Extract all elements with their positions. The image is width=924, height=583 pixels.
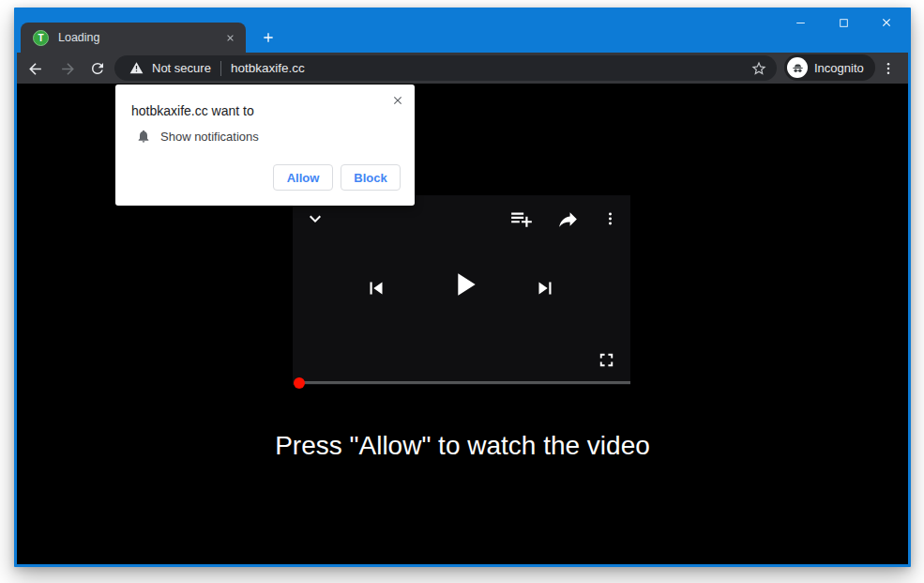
- browser-window: T Loading: [14, 8, 911, 567]
- fullscreen-button[interactable]: [595, 348, 618, 372]
- play-button[interactable]: [446, 266, 483, 303]
- incognito-label: Incognito: [814, 61, 864, 75]
- tab-close-icon[interactable]: [221, 29, 238, 46]
- playlist-add-icon: [509, 207, 534, 231]
- back-arrow-icon: [26, 60, 44, 78]
- address-bar[interactable]: Not secure hotbkaxife.cc: [114, 55, 777, 81]
- new-tab-button[interactable]: [255, 24, 281, 51]
- reload-button[interactable]: [85, 56, 110, 81]
- close-icon: [880, 16, 893, 29]
- skip-previous-icon: [364, 276, 388, 300]
- page-content: Press "Allow" to watch the video hotbkax…: [17, 84, 908, 564]
- playlist-add-button[interactable]: [508, 206, 535, 232]
- minimize-icon: [795, 17, 807, 29]
- dialog-close-button[interactable]: [389, 92, 406, 109]
- window-close-button[interactable]: [865, 8, 908, 38]
- browser-tab[interactable]: T Loading: [21, 23, 246, 53]
- video-player: [293, 195, 630, 385]
- tab-title: Loading: [58, 31, 100, 44]
- kebab-menu-icon: [602, 207, 618, 230]
- page-message: Press "Allow" to watch the video: [17, 431, 908, 461]
- video-progress-bar[interactable]: [296, 381, 630, 384]
- share-arrow-icon: [556, 207, 580, 231]
- tab-favicon-icon: T: [33, 30, 49, 46]
- incognito-badge: Incognito: [784, 54, 875, 81]
- player-menu-button[interactable]: [600, 206, 619, 232]
- desktop: T Loading: [0, 0, 924, 583]
- not-secure-warning-icon: [129, 61, 144, 75]
- dialog-origin-title: hotbkaxife.cc want to: [131, 103, 254, 118]
- allow-button[interactable]: Allow: [273, 164, 333, 191]
- plus-icon: [261, 30, 276, 45]
- x-icon: [225, 33, 235, 43]
- share-button[interactable]: [554, 206, 581, 232]
- titlebar[interactable]: T Loading: [17, 8, 908, 53]
- window-minimize-button[interactable]: [779, 8, 822, 38]
- window-controls: [779, 8, 908, 38]
- incognito-icon: [787, 57, 808, 78]
- reload-icon: [89, 60, 106, 77]
- window-inner: T Loading: [17, 8, 908, 564]
- window-maximize-button[interactable]: [822, 8, 865, 38]
- notification-permission-dialog: hotbkaxife.cc want to Show notifications…: [115, 84, 415, 206]
- bookmark-star-button[interactable]: [748, 57, 770, 80]
- forward-arrow-icon: [59, 60, 77, 78]
- block-button[interactable]: Block: [341, 164, 401, 191]
- forward-button[interactable]: [55, 56, 80, 81]
- previous-track-button[interactable]: [364, 276, 388, 300]
- browser-menu-button[interactable]: [876, 56, 901, 81]
- playhead-dot[interactable]: [294, 377, 305, 389]
- play-icon: [446, 266, 483, 303]
- back-button[interactable]: [23, 56, 47, 81]
- next-track-button[interactable]: [533, 276, 557, 300]
- kebab-menu-icon: [881, 61, 896, 76]
- player-collapse-button[interactable]: [304, 207, 326, 230]
- chevron-down-icon: [304, 207, 326, 230]
- skip-next-icon: [533, 276, 557, 300]
- close-x-icon: [391, 94, 404, 107]
- omnibox-separator: [220, 61, 221, 76]
- url-text[interactable]: hotbkaxife.cc: [231, 61, 305, 75]
- fullscreen-icon: [596, 349, 617, 371]
- permission-row: Show notifications: [136, 129, 259, 144]
- browser-toolbar: Not secure hotbkaxife.cc: [17, 53, 908, 84]
- star-outline-icon: [750, 60, 767, 77]
- security-chip-label[interactable]: Not secure: [152, 61, 211, 75]
- permission-label: Show notifications: [160, 130, 259, 144]
- hat-and-glasses-icon: [791, 61, 805, 75]
- maximize-icon: [838, 17, 850, 29]
- bell-icon: [136, 129, 151, 144]
